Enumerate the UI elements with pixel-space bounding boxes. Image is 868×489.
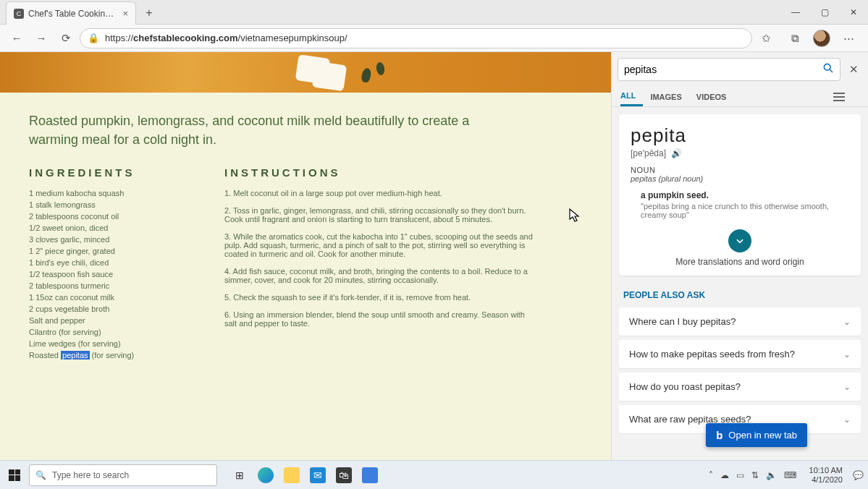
browser-tab[interactable]: C Chef's Table Cooking — 4. Vietna… × [6,1,136,25]
more-translations-link[interactable]: More translations and word origin [631,257,849,267]
speaker-icon[interactable]: 🔊 [671,148,682,158]
close-window-button[interactable]: ✕ [839,0,868,25]
highlighted-word[interactable]: pepitas [61,351,89,360]
edge-icon[interactable] [258,467,274,483]
task-view-icon[interactable]: ⊞ [232,467,248,483]
chevron-down-icon: ⌄ [843,382,851,392]
tray-up-icon[interactable]: ˄ [709,470,713,480]
maximize-button[interactable]: ▢ [810,0,839,25]
definition-text: a pumpkin seed. [641,190,849,200]
ingredient-item: 2 tablespoons coconut oil [29,212,181,221]
tab-videos[interactable]: VIDEOS [696,87,734,106]
ingredient-item: Salt and pepper [29,316,181,325]
bing-icon: b [716,429,722,441]
onedrive-icon[interactable]: ☁ [720,470,729,480]
taskbar-clock[interactable]: 10:10 AM 4/1/2020 [809,466,843,483]
ingredient-item: 1 medium kabocha squash [29,189,181,197]
more-menu-icon[interactable]: ⋯ [838,27,859,49]
url-prefix: https:// [105,33,133,43]
content-row: Roasted pumpkin, lemongrass, and coconut… [0,52,868,460]
search-icon[interactable] [822,62,834,77]
forward-button[interactable]: → [30,27,52,49]
profile-avatar[interactable] [813,30,830,47]
ingredient-item: 1 2" piece ginger, grated [29,247,181,255]
mail-icon[interactable]: ✉ [310,467,326,483]
chevron-down-icon: ⌄ [843,317,851,327]
definition-card: pepita [pe'pēda] 🔊 NOUN pepitas (plural … [619,114,861,276]
ingredients-list: 1 medium kabocha squash1 stalk lemongras… [29,189,181,360]
ingredients-heading: INGREDIENTS [29,166,181,179]
tab-favicon: C [14,9,24,19]
start-button[interactable] [4,465,25,485]
url-path: /vietnamesepumpkinsoup/ [238,33,347,43]
window-controls: — ▢ ✕ [781,0,868,25]
ingredient-item: 1/2 sweet onion, diced [29,224,181,232]
address-bar: ← → ⟳ 🔒 https://chefstablecooking.com/vi… [0,25,868,52]
volume-icon[interactable]: 🔈 [766,470,777,480]
taskbar: 🔍 Type here to search ⊞ ✉ 🛍 ˄ ☁ ▭ ⇅ 🔈 ⌨ … [0,460,868,489]
app-icon[interactable] [362,467,378,483]
file-explorer-icon[interactable] [284,467,300,483]
webpage: Roasted pumpkin, lemongrass, and coconut… [0,52,611,460]
definition-example: "pepitas bring a nice crunch to this oth… [641,202,843,219]
ingredient-item: 1 15oz can coconut milk [29,293,181,302]
tab-close-icon[interactable]: × [122,8,128,19]
ingredient-item: Lime wedges (for serving) [29,339,181,348]
instructions-list: 1. Melt coconut oil in a large soup pot … [224,189,536,328]
notifications-icon[interactable]: 💬 [853,470,864,480]
new-tab-button[interactable]: + [139,3,159,23]
url-field[interactable]: 🔒 https://chefstablecooking.com/vietname… [80,28,752,48]
tab-images[interactable]: IMAGES [650,87,688,106]
paa-item[interactable]: Where can I buy pepitas?⌄ [619,307,861,336]
paa-item[interactable]: How to make pepitas seeds from fresh?⌄ [619,340,861,368]
window-titlebar: C Chef's Table Cooking — 4. Vietna… × + … [0,0,868,25]
sidebar-search-field[interactable] [618,58,840,81]
collections-icon[interactable]: ⧉ [784,27,806,49]
battery-icon[interactable]: ▭ [736,470,744,480]
open-in-new-tab-button[interactable]: b Open in new tab [706,423,807,447]
refresh-button[interactable]: ⟳ [55,27,77,49]
network-icon[interactable]: ⇅ [751,470,759,480]
cursor-icon [569,208,581,226]
chevron-down-icon: ⌄ [843,414,851,425]
sidebar-close-icon[interactable]: ✕ [845,63,862,76]
tab-all[interactable]: ALL [620,85,643,106]
taskbar-search-placeholder: Type here to search [52,470,129,480]
ingredient-item: Roasted pepitas (for serving) [29,351,181,360]
paa-item[interactable]: How do you roast pepitas?⌄ [619,373,861,401]
ingredient-item: 1 bird's eye chili, diced [29,258,181,267]
instruction-step: 5. Check the squash to see if it's fork-… [224,293,536,302]
paa-question: How to make pepitas seeds from fresh? [629,349,795,360]
plural-form: pepitas (plural noun) [631,174,849,183]
instructions-heading: INSTRUCTIONS [224,166,582,179]
svg-point-0 [824,64,830,70]
taskbar-icons: ⊞ ✉ 🛍 [232,467,378,483]
search-icon: 🔍 [35,470,46,480]
paa-question: How do you roast pepitas? [629,381,741,392]
back-button[interactable]: ← [6,27,28,49]
language-icon[interactable]: ⌨ [784,470,796,480]
windows-icon [9,469,20,481]
lock-icon: 🔒 [88,33,99,43]
paa-heading: PEOPLE ALSO ASK [612,283,868,303]
ingredient-item: 1 stalk lemongrass [29,200,181,209]
url-host: chefstablecooking.com [133,33,237,43]
minimize-button[interactable]: — [781,0,810,25]
ingredient-item: Cilantro (for serving) [29,328,181,336]
expand-button[interactable] [728,229,751,252]
favorite-icon[interactable]: ✩ [755,27,777,49]
taskbar-search[interactable]: 🔍 Type here to search [29,464,217,486]
clock-time: 10:10 AM [809,466,843,475]
instruction-step: 2. Toss in garlic, ginger, lemongrass, a… [224,206,536,224]
open-in-new-tab-label: Open in new tab [728,430,797,441]
sidebar-tabs: ALL IMAGES VIDEOS [612,85,868,107]
sidebar-menu-icon[interactable] [833,87,852,106]
pronunciation-text: [pe'pēda] [631,148,666,158]
store-icon[interactable]: 🛍 [336,467,352,483]
search-sidebar: ✕ ALL IMAGES VIDEOS pepita [pe'pēda] 🔊 N… [611,52,868,460]
instruction-step: 4. Add fish sauce, coconut milk, and bro… [224,267,536,284]
system-tray: ˄ ☁ ▭ ⇅ 🔈 ⌨ 10:10 AM 4/1/2020 💬 [709,466,864,483]
sidebar-search-input[interactable] [624,64,822,75]
ingredient-item: 2 tablespoons turmeric [29,281,181,290]
hero-image [0,52,611,93]
